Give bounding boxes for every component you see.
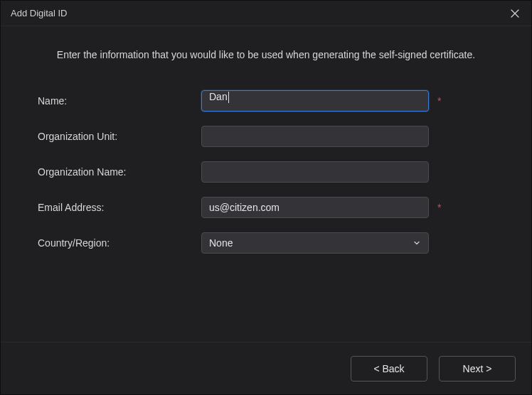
org-unit-input[interactable] [201,126,429,147]
close-icon [511,9,519,18]
certificate-form: Name: Dan * Organization Unit: Organizat… [26,90,506,254]
org-name-field-wrap [201,161,429,183]
country-label: Country/Region: [38,237,201,249]
name-label: Name: [38,95,201,107]
name-field-wrap: Dan [201,90,429,112]
email-field-wrap [201,197,429,218]
back-button[interactable]: < Back [351,356,427,382]
country-field-wrap: None [201,232,429,254]
name-value: Dan [209,91,228,102]
org-name-input[interactable] [201,161,429,183]
row-email: Email Address: * [38,197,494,218]
row-org-name: Organization Name: [38,161,494,183]
required-marker: * [437,202,441,213]
email-input[interactable] [201,197,429,218]
titlebar: Add Digital ID [1,1,531,26]
close-button[interactable] [509,7,521,20]
email-label: Email Address: [38,202,201,213]
row-name: Name: Dan * [38,90,494,112]
row-country: Country/Region: None [38,232,494,254]
chevron-down-icon [413,239,421,247]
row-org-unit: Organization Unit: [38,126,494,147]
org-name-label: Organization Name: [38,166,201,178]
text-caret [228,92,229,103]
dialog-content: Enter the information that you would lik… [1,26,531,342]
name-input[interactable]: Dan [201,90,429,112]
dialog-title: Add Digital ID [11,8,67,18]
instructions-text: Enter the information that you would lik… [26,49,506,60]
next-button[interactable]: Next > [439,356,516,382]
add-digital-id-dialog: Add Digital ID Enter the information tha… [0,0,532,395]
org-unit-label: Organization Unit: [38,131,201,142]
dialog-footer: < Back Next > [1,342,531,394]
org-unit-field-wrap [201,126,429,147]
country-select[interactable]: None [201,232,429,254]
country-value: None [209,237,233,249]
required-marker: * [437,95,441,107]
